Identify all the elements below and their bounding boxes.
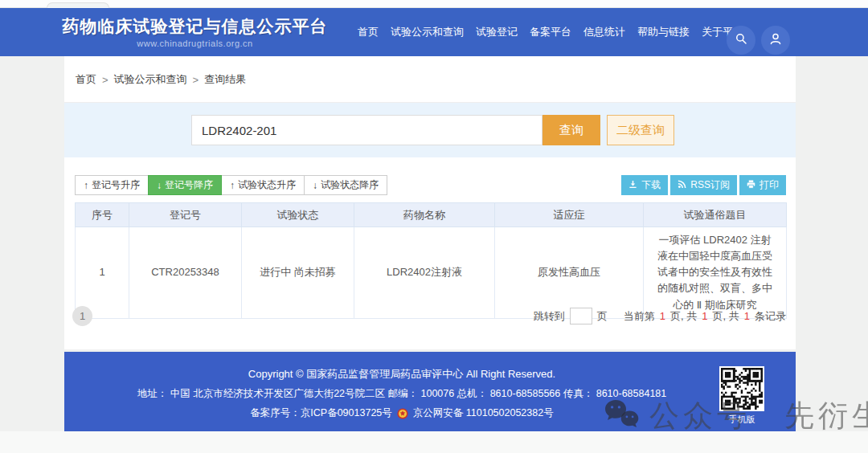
rss-button[interactable]: RSS订阅	[670, 175, 737, 195]
table-row[interactable]: 1 CTR20253348 进行中 尚未招募 LDR2402注射液 原发性高血压…	[76, 227, 787, 319]
breadcrumb-separator: >	[193, 74, 199, 86]
total-pages-number: 1	[702, 310, 707, 322]
action-button-label: 下载	[641, 178, 661, 192]
action-button-label: 打印	[760, 178, 779, 192]
page-unit: 页	[597, 309, 608, 324]
col-trial-status: 试验状态	[242, 203, 354, 227]
site-url: www.chinadrugtrials.org.cn	[60, 39, 330, 48]
cell-trial-status: 进行中 尚未招募	[242, 227, 354, 319]
header-search-button[interactable]	[727, 26, 755, 55]
page-1-button[interactable]: 1	[72, 306, 92, 326]
police-badge-icon	[397, 408, 408, 419]
nav-filing-platform[interactable]: 备案平台	[530, 25, 571, 39]
records-suffix: 条记录	[755, 309, 786, 324]
results-table: 序号 登记号 试验状态 药物名称 适应症 试验通俗题目 1 CTR2025334…	[75, 202, 787, 319]
current-page-prefix: 当前第	[624, 309, 655, 324]
sort-asc-icon: ↑	[84, 180, 88, 191]
site-header: 药物临床试验登记与信息公示平台 www.chinadrugtrials.org.…	[0, 8, 868, 56]
query-button[interactable]: 查询	[542, 115, 600, 145]
footer-address: 地址： 中国 北京市经济技术开发区广德大街22号院二区 邮编： 100076 总…	[64, 387, 739, 401]
rss-icon	[678, 180, 686, 191]
sort-desc-icon: ↓	[157, 180, 162, 191]
site-logo[interactable]: 药物临床试验登记与信息公示平台 www.chinadrugtrials.org.…	[60, 15, 330, 48]
cell-indication: 原发性高血压	[495, 227, 644, 319]
breadcrumb-trial-search[interactable]: 试验公示和查询	[114, 72, 187, 87]
sort-button-group: ↑ 登记号升序 ↓ 登记号降序 ↑ 试验状态升序 ↓ 试验状态降序	[75, 175, 387, 195]
download-button[interactable]: 下载	[621, 175, 668, 195]
sort-button-label: 登记号升序	[92, 178, 140, 192]
col-registration-number: 登记号	[129, 203, 242, 227]
mobile-qr-code	[719, 366, 764, 411]
nav-trial-register[interactable]: 试验登记	[476, 25, 518, 39]
download-icon	[628, 180, 637, 191]
police-filing-text[interactable]: 京公网安备 11010502052382号	[413, 406, 554, 420]
user-icon	[768, 31, 783, 49]
main-nav: 首页 试验公示和查询 试验登记 备案平台 信息统计 帮助与链接 关于平台	[358, 8, 743, 56]
search-section: 查询 二级查询	[64, 103, 796, 157]
action-button-group: 下载 RSS订阅 打印	[621, 175, 786, 195]
sort-button-label: 试验状态升序	[238, 178, 296, 192]
browser-chrome-sliver	[0, 0, 868, 8]
jump-page-input[interactable]	[570, 308, 592, 324]
qr-caption: 手机版	[716, 414, 768, 426]
breadcrumb-current: 查询结果	[204, 72, 246, 87]
pagination-controls: 跳转到 页 当前第 1 页, 共 1 页, 共 1 条记录	[534, 308, 786, 324]
icp-filing-text[interactable]: 备案序号：京ICP备09013725号	[250, 406, 391, 420]
advanced-query-button[interactable]: 二级查询	[607, 115, 674, 145]
search-input[interactable]	[191, 115, 542, 145]
cell-registration-number[interactable]: CTR20253348	[129, 227, 242, 319]
pages-separator-text: 页, 共	[670, 309, 697, 324]
nav-trial-search[interactable]: 试验公示和查询	[391, 25, 464, 39]
below-page-area	[0, 431, 868, 453]
action-button-label: RSS订阅	[690, 178, 730, 192]
col-trial-title: 试验通俗题目	[644, 203, 787, 227]
col-seq: 序号	[76, 203, 129, 227]
nav-statistics[interactable]: 信息统计	[583, 25, 625, 39]
breadcrumb: 首页 > 试验公示和查询 > 查询结果	[76, 56, 246, 103]
sort-regno-desc-button[interactable]: ↓ 登记号降序	[148, 175, 222, 195]
sort-desc-icon: ↓	[313, 180, 317, 191]
sort-button-label: 试验状态降序	[321, 178, 379, 192]
site-title: 药物临床试验登记与信息公示平台	[60, 15, 330, 38]
breadcrumb-section: 首页 > 试验公示和查询 > 查询结果	[64, 56, 796, 103]
header-user-button[interactable]	[761, 26, 790, 55]
breadcrumb-home[interactable]: 首页	[76, 72, 96, 87]
cell-drug-name: LDR2402注射液	[354, 227, 495, 319]
cell-trial-title: 一项评估 LDR2402 注射液在中国轻中度高血压受试者中的安全性及有效性的随机…	[644, 227, 787, 319]
site-footer: Copyright © 国家药品监督管理局药品审评中心 All Right Re…	[64, 352, 796, 431]
nav-help-links[interactable]: 帮助与链接	[637, 25, 690, 39]
sort-button-label: 登记号降序	[165, 178, 213, 192]
sort-status-desc-button[interactable]: ↓ 试验状态降序	[304, 175, 387, 195]
sort-status-asc-button[interactable]: ↑ 试验状态升序	[221, 175, 305, 195]
col-drug-name: 药物名称	[354, 203, 495, 227]
current-page-number: 1	[660, 310, 665, 322]
footer-filing-line: 备案序号：京ICP备09013725号 京公网安备 11010502052382…	[64, 406, 739, 420]
record-count-number: 1	[744, 310, 750, 322]
results-section: ↑ 登记号升序 ↓ 登记号降序 ↑ 试验状态升序 ↓ 试验状态降序 下载	[64, 157, 796, 349]
nav-home[interactable]: 首页	[358, 25, 379, 39]
breadcrumb-separator: >	[102, 74, 108, 86]
col-indication: 适应症	[495, 203, 644, 227]
search-icon	[734, 31, 748, 49]
page: 药物临床试验登记与信息公示平台 www.chinadrugtrials.org.…	[0, 0, 868, 453]
footer-copyright: Copyright © 国家药品监督管理局药品审评中心 All Right Re…	[64, 367, 739, 382]
print-button[interactable]: 打印	[739, 175, 786, 195]
cell-seq: 1	[76, 227, 129, 319]
sort-regno-asc-button[interactable]: ↑ 登记号升序	[75, 175, 149, 195]
records-separator-text: 页, 共	[713, 309, 739, 324]
print-icon	[747, 180, 755, 191]
sort-asc-icon: ↑	[230, 180, 235, 191]
table-header-row: 序号 登记号 试验状态 药物名称 适应症 试验通俗题目	[76, 203, 787, 227]
jump-label: 跳转到	[534, 309, 565, 324]
